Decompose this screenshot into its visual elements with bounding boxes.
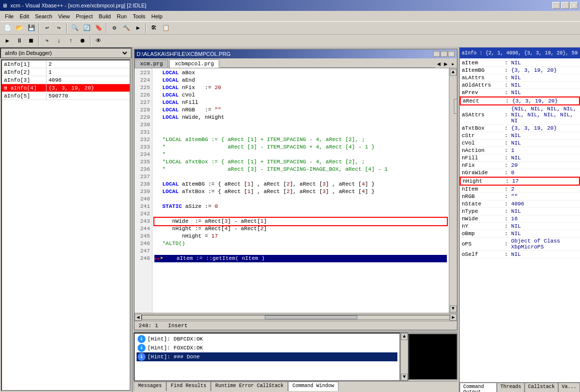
debugger-scope-select[interactable]: aInfo (in Debugger) xyxy=(3,49,129,56)
new-button[interactable]: 📄 xyxy=(2,23,13,34)
right-tab-3[interactable]: Va... xyxy=(558,383,580,392)
var-row-16[interactable]: nRGB : "" xyxy=(460,193,580,200)
var-row-23[interactable]: oSelf : NIL xyxy=(460,251,580,258)
bottom-tab-0[interactable]: Messages xyxy=(134,382,166,391)
tools-btn[interactable]: 🛠 xyxy=(148,23,159,34)
save-button[interactable]: 💾 xyxy=(26,23,37,34)
maximize-button[interactable]: □ xyxy=(561,2,569,9)
var-row-20[interactable]: nY : NIL xyxy=(460,223,580,230)
bottom-tab-3[interactable]: Command Window xyxy=(288,382,338,391)
ainfo-row-4[interactable]: aInfo[5]590770 xyxy=(2,92,130,100)
menu-file[interactable]: File xyxy=(2,12,17,20)
bookmark-button[interactable]: 🔖 xyxy=(93,23,104,34)
compile-button[interactable]: ⚙ xyxy=(109,23,120,34)
var-row-13[interactable]: nGraWide : 0 xyxy=(460,169,580,177)
right-tab-0[interactable]: Command Output xyxy=(460,383,497,392)
minimize-button[interactable]: ─ xyxy=(552,2,560,9)
var-row-21[interactable]: oBmp : NIL xyxy=(460,230,580,238)
bottom-tab-1[interactable]: Find Results xyxy=(166,382,211,391)
line-num-229: 229 xyxy=(135,114,152,121)
redo-button[interactable]: ↪ xyxy=(53,23,64,34)
code-line-236: * aRect [3] - ITEM_SPACING-IMAGE_BOX, aR… xyxy=(154,166,447,173)
editor-window-controls: ─ □ ✕ xyxy=(433,51,455,57)
ainfo-row-0[interactable]: aInfo[1]2 xyxy=(2,60,130,68)
menu-view[interactable]: View xyxy=(55,12,73,20)
menu-help[interactable]: Help xyxy=(148,12,166,20)
step-over[interactable]: ↷ xyxy=(42,36,52,47)
var-row-22[interactable]: oPS : Object of Class XbpMicroPS xyxy=(460,238,580,251)
line-num-232: 232 xyxy=(135,136,152,144)
editor-close[interactable]: ✕ xyxy=(448,51,455,57)
var-row-11[interactable]: nFill : NIL xyxy=(460,154,580,162)
undo-button[interactable]: ↩ xyxy=(42,23,52,34)
var-row-7[interactable]: aTxtBox : {3, 3, 19, 20} xyxy=(460,125,580,132)
editor-max[interactable]: □ xyxy=(440,51,447,57)
debug-stop[interactable]: ⏹ xyxy=(26,36,37,47)
var-row-8[interactable]: cStr : NIL xyxy=(460,132,580,140)
tab-xcm-prg[interactable]: xcm.prg xyxy=(135,59,168,68)
ainfo-row-3[interactable]: ⊞ aInfo[4]{3, 3, 19, 20} xyxy=(2,84,130,92)
line-num-241: 241 xyxy=(135,203,152,210)
build-button[interactable]: 🔨 xyxy=(121,23,132,34)
watch-btn[interactable]: 👁 xyxy=(93,36,104,47)
code-content[interactable]: LOCAL aBox LOCAL aEnd LOCAL nFix := 20 L… xyxy=(152,68,449,263)
var-row-12[interactable]: nFix : 20 xyxy=(460,162,580,169)
debug-start[interactable]: ▶ xyxy=(2,36,13,47)
close-button[interactable]: ✕ xyxy=(570,2,578,9)
breakpoint-btn[interactable]: ⏺ xyxy=(77,36,88,47)
var-row-17[interactable]: nState : 4096 xyxy=(460,200,580,208)
line-num-246: 246 xyxy=(135,240,152,247)
open-button[interactable]: 📂 xyxy=(14,23,25,34)
props-btn[interactable]: 📋 xyxy=(160,23,171,34)
menu-edit[interactable]: Edit xyxy=(17,12,32,20)
bottom-tab-2[interactable]: Runtime Error CallStack xyxy=(211,382,288,391)
var-row-9[interactable]: cVol : NIL xyxy=(460,140,580,147)
var-row-2[interactable]: aLAttrs : NIL xyxy=(460,74,580,82)
var-row-10[interactable]: nAction : 1 xyxy=(460,147,580,154)
hint-row-2[interactable]: i[Hint]: ### Done xyxy=(137,352,397,361)
step-out[interactable]: ↑ xyxy=(65,36,76,47)
ainfo-row-1[interactable]: aInfo[2]1 xyxy=(2,68,130,76)
separator-3 xyxy=(106,23,107,33)
var-row-5[interactable]: aRect : {3, 3, 19, 20} xyxy=(460,97,580,105)
right-tab-1[interactable]: Threads xyxy=(497,383,525,392)
var-row-18[interactable]: nType : NIL xyxy=(460,208,580,215)
right-panel-header: aInfo : {2, 1, 4096, {3, 3, 19, 20}, 590… xyxy=(460,48,580,58)
ainfo-row-2[interactable]: aInfo[3]4096 xyxy=(2,76,130,84)
code-line-247 xyxy=(154,247,447,255)
var-row-6[interactable]: aSAttrs : {NIL, NIL, NIL, NIL, NIL, NIL,… xyxy=(460,105,580,125)
line-num-234: 234 xyxy=(135,151,152,158)
tab-xcbmpcol-prg[interactable]: xcbmpcol.prg xyxy=(169,59,219,68)
menu-build[interactable]: Build xyxy=(96,12,113,20)
run-button[interactable]: ▶ xyxy=(133,23,144,34)
hint-row-1[interactable]: i[Hint]: FOXCDX:OK xyxy=(137,343,397,352)
hint-row-0[interactable]: i[Hint]: DBFCDX:OK xyxy=(137,335,397,343)
debug-pause[interactable]: ⏸ xyxy=(14,36,25,47)
search-button[interactable]: 🔍 xyxy=(69,23,80,34)
var-row-4[interactable]: aPrev : NIL xyxy=(460,89,580,97)
menu-run[interactable]: Run xyxy=(114,12,130,20)
menu-tools[interactable]: Tools xyxy=(130,12,148,20)
var-row-3[interactable]: aOldAttrs : NIL xyxy=(460,82,580,89)
menu-project[interactable]: Project xyxy=(73,12,96,20)
code-line-241: STATIC aSize := 0 xyxy=(154,203,447,210)
code-scroll[interactable]: LOCAL aBox LOCAL aEnd LOCAL nFix := 20 L… xyxy=(152,68,449,313)
var-row-19[interactable]: nWide : 16 xyxy=(460,215,580,223)
replace-button[interactable]: 🔄 xyxy=(81,23,92,34)
app-icon: 🖥 xyxy=(2,2,7,8)
step-into[interactable]: ↓ xyxy=(53,36,64,47)
vertical-scrollbar[interactable]: ▲ ▼ xyxy=(449,68,457,313)
right-tab-2[interactable]: Callstack xyxy=(525,383,558,392)
line-numbers: 2232242252262272282292302312322332342352… xyxy=(135,68,152,313)
menu-search[interactable]: Search xyxy=(32,12,55,20)
code-line-238: LOCAL aItemBG := { aRect [1] , aRect [2]… xyxy=(154,181,447,188)
var-row-1[interactable]: aItemBG : {3, 3, 19, 20} xyxy=(460,67,580,74)
line-num-239: 239 xyxy=(135,188,152,196)
line-num-247: 247 xyxy=(135,247,152,255)
title-bar: 🖥 xcm - Visual Xbase++ - [xcm.exe/xcbmpc… xyxy=(0,0,580,11)
var-row-0[interactable]: aItem : NIL xyxy=(460,59,580,67)
line-num-224: 224 xyxy=(135,77,152,84)
editor-min[interactable]: ─ xyxy=(433,51,440,57)
var-row-15[interactable]: nItem : 2 xyxy=(460,186,580,193)
var-row-14[interactable]: nHight : 17 xyxy=(460,177,580,186)
